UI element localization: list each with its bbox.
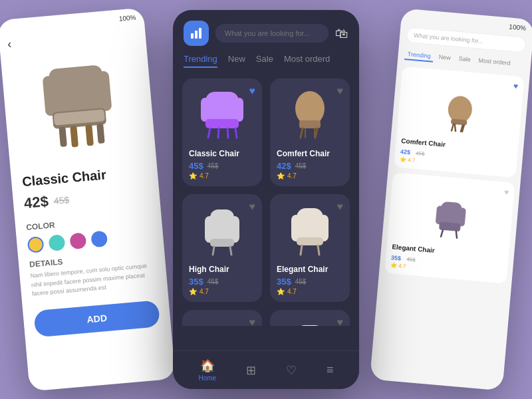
fav-icon-4[interactable]: ♥: [249, 317, 256, 326]
svg-rect-44: [297, 237, 323, 245]
product-cards-right: ♥ Comfert Chair 42$ 45$ ⭐ 4.7 ♥: [379, 63, 530, 287]
main-tabs: Trending New Sale Most orderd: [173, 51, 359, 73]
fav-icon-2[interactable]: ♥: [249, 201, 256, 213]
product-card-5[interactable]: ♥ Wing Chair: [270, 310, 350, 326]
color-blue[interactable]: [90, 231, 108, 248]
svg-line-26: [218, 128, 219, 138]
nav-favorites[interactable]: ♡: [286, 363, 297, 378]
product-prices-1: 42$ 45$: [277, 161, 343, 171]
tab-mostordered-main[interactable]: Most orderd: [284, 54, 330, 68]
current-price-1: 42$: [277, 161, 291, 171]
card-old-price-right-2: 45$: [406, 256, 416, 263]
svg-line-13: [454, 124, 456, 131]
nav-home[interactable]: 🏠 Home: [198, 358, 216, 382]
product-img-4: [189, 317, 255, 326]
grid-icon: ⊞: [246, 363, 256, 378]
left-panel: 100% ‹ Classic Chair 42$ 45$ COLOR: [0, 7, 176, 391]
svg-rect-42: [291, 215, 301, 241]
color-teal[interactable]: [49, 234, 66, 251]
product-name-1: Comfert Chair: [277, 149, 343, 158]
svg-line-11: [452, 124, 454, 131]
product-img-1: [277, 85, 343, 145]
main-header: 🛍: [173, 10, 359, 51]
product-card-1[interactable]: ♥ Comfert Chair 42$ 45$ ⭐ 4.7: [270, 78, 350, 186]
product-rating-2: ⭐ 4.7: [189, 288, 255, 295]
tab-mostordered-right[interactable]: Most orderd: [475, 55, 513, 69]
product-prices-2: 35$ 45$: [189, 277, 255, 287]
home-icon: 🏠: [200, 358, 215, 373]
old-price-0: 45$: [207, 162, 219, 170]
main-panel: 🛍 Trending New Sale Most orderd ♥: [173, 10, 359, 389]
fav-icon-right-2[interactable]: ♥: [504, 188, 509, 198]
product-card-4[interactable]: ♥ Nordic Chair: [182, 310, 262, 326]
svg-rect-23: [235, 98, 243, 122]
product-prices-0: 45$ 45$: [189, 161, 255, 171]
battery-left: 100%: [118, 13, 136, 22]
svg-line-39: [213, 247, 214, 255]
color-purple[interactable]: [69, 232, 86, 249]
fav-icon-0[interactable]: ♥: [249, 85, 256, 97]
tab-sale-main[interactable]: Sale: [256, 54, 273, 68]
svg-line-25: [208, 128, 210, 138]
old-price-2: 45$: [207, 278, 219, 285]
product-img-5: [277, 317, 343, 326]
svg-rect-5: [70, 126, 78, 148]
logo-icon: [191, 28, 201, 39]
logo-button[interactable]: [184, 21, 209, 46]
fav-icon-5[interactable]: ♥: [337, 317, 344, 326]
cart-icon[interactable]: 🛍: [335, 26, 348, 41]
add-to-cart-button[interactable]: ADD: [33, 300, 160, 337]
product-card-2[interactable]: ♥ High Chair 35$ 45$ ⭐ 4.7: [182, 194, 262, 302]
svg-rect-36: [205, 216, 214, 243]
tab-sale-right[interactable]: Sale: [456, 54, 473, 66]
search-placeholder-right: What you are looking for...: [414, 32, 483, 45]
color-yellow[interactable]: [27, 236, 45, 253]
svg-line-20: [456, 231, 458, 238]
heart-icon: ♡: [286, 363, 297, 378]
svg-line-27: [227, 128, 228, 138]
price-current-left: 42$: [23, 193, 49, 212]
svg-line-32: [315, 128, 317, 138]
tab-trending-right[interactable]: Trending: [404, 49, 434, 63]
old-price-1: 45$: [295, 162, 307, 170]
svg-line-31: [301, 128, 303, 138]
home-label: Home: [198, 374, 216, 382]
svg-line-45: [301, 245, 302, 255]
svg-rect-51: [297, 325, 323, 326]
tab-trending-main[interactable]: Trending: [184, 54, 217, 68]
card-elegant-right[interactable]: ♥ Elegant Chair 35$ 45$ ⭐ 4.7: [384, 172, 515, 283]
svg-rect-6: [85, 124, 94, 146]
search-input-main[interactable]: [215, 24, 329, 43]
product-rating-0: ⭐ 4.7: [189, 172, 255, 180]
card-img-right-2: [392, 188, 508, 250]
product-rating-3: ⭐ 4.7: [277, 288, 343, 295]
svg-rect-22: [201, 98, 209, 122]
right-panel: 100% What you are looking for... Trendin…: [370, 8, 532, 390]
svg-line-40: [230, 247, 231, 255]
tab-new-right[interactable]: New: [436, 52, 454, 64]
svg-rect-24: [205, 119, 239, 128]
products-grid: ♥ Classic Chair 45$ 45$ ⭐ 4.7: [173, 73, 359, 326]
tab-new-main[interactable]: New: [228, 54, 245, 68]
logo-bar-2: [195, 31, 198, 39]
fav-icon-3[interactable]: ♥: [337, 201, 344, 213]
card-img-right-1: [402, 81, 517, 144]
nav-menu[interactable]: ≡: [327, 363, 334, 377]
fav-icon-right-1[interactable]: ♥: [513, 81, 518, 91]
nav-grid[interactable]: ⊞: [246, 363, 256, 378]
product-card-3[interactable]: ♥ Elegant Chair 35$ 45$ ⭐ 4.7: [270, 194, 350, 302]
svg-line-28: [235, 128, 237, 138]
svg-line-46: [318, 245, 319, 255]
product-name-3: Elegant Chair: [277, 265, 343, 274]
card-old-price-right-1: 45$: [416, 150, 425, 157]
svg-rect-30: [299, 120, 321, 128]
current-price-2: 35$: [189, 277, 203, 287]
svg-rect-37: [230, 216, 239, 243]
product-card-0[interactable]: ♥ Classic Chair 45$ 45$ ⭐ 4.7: [182, 78, 262, 186]
card-price-right-2: 35$: [391, 254, 402, 261]
fav-icon-1[interactable]: ♥: [337, 85, 344, 97]
product-img-2: [189, 201, 255, 261]
svg-rect-43: [319, 215, 329, 241]
product-prices-3: 35$ 45$: [277, 277, 343, 287]
card-comfort-right[interactable]: ♥ Comfert Chair 42$ 45$ ⭐ 4.7: [394, 66, 525, 178]
